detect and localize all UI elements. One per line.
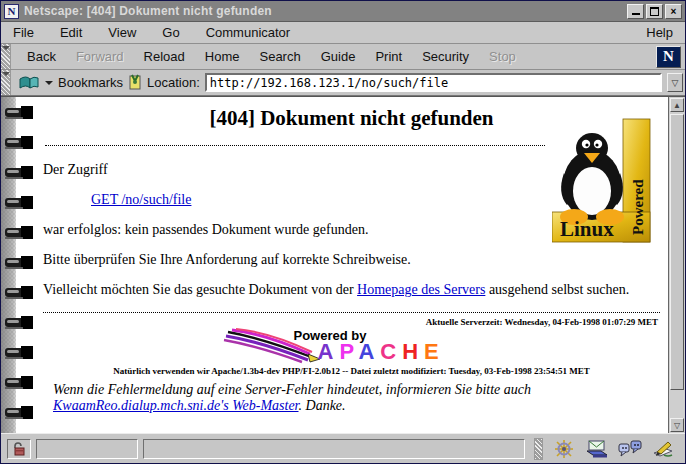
ship-wheel-icon xyxy=(554,439,574,459)
menu-go[interactable]: Go xyxy=(162,25,179,40)
netscape-window-icon: N xyxy=(4,4,19,19)
apache-letter: H xyxy=(402,339,424,364)
menu-help[interactable]: Help xyxy=(646,25,673,40)
bookmarks-dropdown-caret[interactable] xyxy=(45,81,53,89)
apache-letter: E xyxy=(424,339,445,364)
paragraph-check-spelling: Bitte überprüfen Sie Ihre Anforderung au… xyxy=(43,252,660,268)
netscape-logo-icon[interactable]: N xyxy=(656,46,681,68)
locationbar-collapse-grip[interactable] xyxy=(1,70,11,95)
scroll-up-button[interactable]: ▲ xyxy=(670,98,684,112)
back-button[interactable]: Back xyxy=(17,46,66,67)
linux-powered-image: Linux Powered xyxy=(552,115,652,245)
vertical-scrollbar[interactable]: ▲ ▽ xyxy=(668,97,685,433)
minimize-icon xyxy=(632,13,640,15)
titlebar[interactable]: N Netscape: [404] Dokument nicht gefunde… xyxy=(1,1,685,22)
apache-letter: A xyxy=(318,339,340,364)
status-progress-panel xyxy=(36,439,138,459)
paragraph-homepage-pre: Vielleicht möchten Sie das gesuchte Doku… xyxy=(43,282,357,297)
menubar: File Edit View Go Communicator Help xyxy=(1,22,685,44)
speech-bubbles-icon xyxy=(618,439,642,459)
homepage-link[interactable]: Homepage des Servers xyxy=(357,282,485,297)
component-bar xyxy=(530,438,679,460)
bookmarks-label[interactable]: Bookmarks xyxy=(58,75,123,90)
content-area: ▲ ▽ [404] Dokument nicht gefunden xyxy=(1,96,685,433)
menu-communicator[interactable]: Communicator xyxy=(206,25,291,40)
apache-letter: C xyxy=(380,339,402,364)
window-title: Netscape: [404] Dokument nicht gefunden xyxy=(24,4,622,18)
composer-pen-icon xyxy=(652,439,674,459)
close-icon: × xyxy=(671,6,677,17)
composer-button[interactable] xyxy=(651,439,675,459)
menu-file[interactable]: File xyxy=(13,25,34,40)
server-time: Aktuelle Serverzeit: Wednesday, 04-Feb-1… xyxy=(43,317,658,327)
maximize-icon xyxy=(650,7,659,16)
scroll-up-icon: ▲ xyxy=(673,101,681,110)
scrollbar-thumb[interactable] xyxy=(670,114,684,390)
statusbar xyxy=(1,433,685,463)
stop-button: Stop xyxy=(479,46,526,67)
page-proxy-icon[interactable] xyxy=(128,74,142,91)
apache-logo: Powered by APACHE xyxy=(222,328,482,364)
request-link[interactable]: GET /no/such/file xyxy=(91,192,191,207)
apache-letter: A xyxy=(358,339,380,364)
divider-bottom xyxy=(43,312,660,313)
unlocked-padlock-icon xyxy=(13,442,25,456)
footer-post: . Danke. xyxy=(299,398,346,413)
footer-note: Wenn die Fehlermeldung auf eine Server-F… xyxy=(53,382,660,414)
bookmarks-icon[interactable] xyxy=(18,75,40,91)
close-button[interactable]: × xyxy=(665,4,682,19)
menu-edit[interactable]: Edit xyxy=(60,25,82,40)
page-body: [404] Dokument nicht gefunden xyxy=(37,97,668,433)
location-toolbar: Bookmarks Location: ▽ xyxy=(1,70,685,96)
forward-button: Forward xyxy=(66,46,134,67)
toolbar-collapse-grip[interactable] xyxy=(1,44,11,69)
spiral-binding-decoration xyxy=(1,97,37,433)
linux-powered-text: Powered xyxy=(630,179,646,235)
apache-wordmark: APACHE xyxy=(318,339,445,365)
reload-button[interactable]: Reload xyxy=(134,46,195,67)
webmaster-link[interactable]: KwaamReo.dialup.mch.sni.de's Web-Master xyxy=(53,398,299,413)
server-info: Natürlich verwenden wir Apache/1.3b4-dev… xyxy=(43,366,660,376)
mailbox-button[interactable] xyxy=(585,439,609,459)
url-dropdown-button[interactable]: ▽ xyxy=(667,73,683,92)
guide-button[interactable]: Guide xyxy=(311,46,366,67)
navigation-toolbar: Back Forward Reload Home Search Guide Pr… xyxy=(1,44,685,70)
print-button[interactable]: Print xyxy=(365,46,412,67)
component-bar-grip[interactable] xyxy=(534,438,543,460)
status-message-panel xyxy=(143,439,525,459)
linux-logo-text: Linux xyxy=(560,217,614,241)
paragraph-homepage-post: ausgehend selbst suchen. xyxy=(485,282,629,297)
home-button[interactable]: Home xyxy=(195,46,250,67)
location-label: Location: xyxy=(147,75,200,90)
footer-line1: Wenn die Fehlermeldung auf eine Server-F… xyxy=(53,382,531,397)
scroll-down-button[interactable]: ▽ xyxy=(670,418,684,432)
apache-letter: P xyxy=(339,339,358,364)
mailbox-icon xyxy=(585,439,609,459)
divider-top xyxy=(45,145,545,146)
scroll-down-icon: ▽ xyxy=(674,421,680,430)
search-button[interactable]: Search xyxy=(249,46,310,67)
minimize-button[interactable] xyxy=(627,4,644,19)
browser-window: N Netscape: [404] Dokument nicht gefunde… xyxy=(0,0,686,464)
navigator-button[interactable] xyxy=(552,439,576,459)
security-button[interactable]: Security xyxy=(412,46,479,67)
menu-view[interactable]: View xyxy=(108,25,136,40)
security-indicator[interactable] xyxy=(7,439,31,459)
paragraph-homepage: Vielleicht möchten Sie das gesuchte Doku… xyxy=(43,282,660,298)
maximize-button[interactable] xyxy=(646,4,663,19)
discussions-button[interactable] xyxy=(618,439,642,459)
url-input[interactable] xyxy=(205,73,662,92)
